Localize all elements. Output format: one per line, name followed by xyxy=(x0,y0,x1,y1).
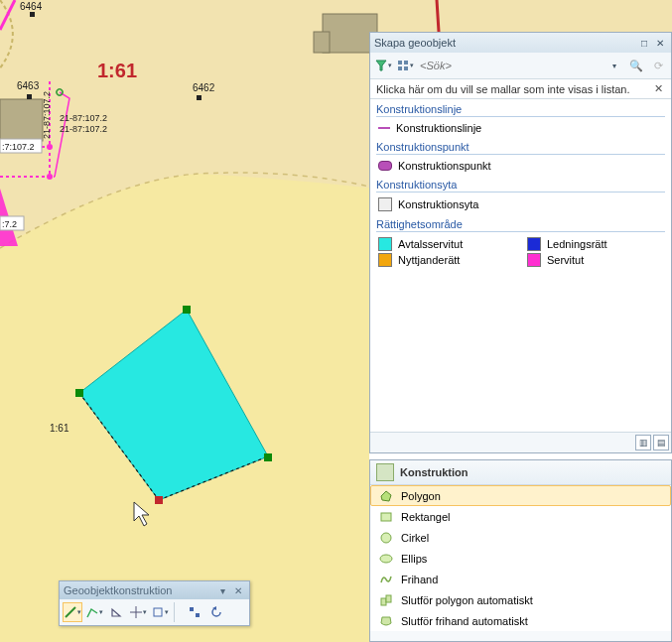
geo-tool-undo[interactable] xyxy=(206,602,226,622)
geo-tool-angle[interactable] xyxy=(106,602,126,622)
tool-autocomplete-freehand[interactable]: Slutför frihand automatiskt xyxy=(370,610,671,631)
construction-tool-list: Polygon Rektangel Cirkel xyxy=(370,485,671,631)
swatch-nyttjande xyxy=(378,253,392,267)
parcel-label-6462: 6462 xyxy=(193,82,215,93)
svg-rect-31 xyxy=(386,595,391,602)
template-konstruktionspunkt[interactable]: Konstruktionspunkt xyxy=(370,159,671,173)
tool-label: Polygon xyxy=(401,490,441,502)
filter-icon[interactable] xyxy=(374,57,392,74)
autopoly-icon xyxy=(379,593,393,607)
tool-label: Slutför polygon automatiskt xyxy=(401,594,533,606)
template-servitut[interactable]: Servitut xyxy=(527,253,636,267)
template-nyttjanderatt[interactable]: Nyttjanderätt xyxy=(378,253,487,267)
create-geoobject-toolbar: ▾ 🔍 ⟳ xyxy=(370,53,671,79)
template-ledningsratt[interactable]: Ledningsrätt xyxy=(527,237,636,251)
polygon-icon xyxy=(379,489,393,503)
tool-label: Slutför frihand automatiskt xyxy=(401,615,528,627)
svg-point-29 xyxy=(380,555,392,563)
template-konstruktionsyta[interactable]: Konstruktionsyta xyxy=(370,196,671,212)
search-go-btn[interactable]: 🔍 xyxy=(627,57,645,74)
group-header-konstruktionslinje: Konstruktionslinje xyxy=(376,103,665,117)
svg-rect-19 xyxy=(154,608,162,616)
template-search-input[interactable] xyxy=(418,59,602,72)
box-label-1: :7:107.2 xyxy=(2,142,35,152)
box-label-2: :7.2 xyxy=(2,219,17,229)
svg-marker-26 xyxy=(381,491,391,501)
parcel-label-6464: 6464 xyxy=(20,1,43,12)
search-dropdown-btn[interactable]: ▾ xyxy=(605,57,623,74)
ellipse-icon xyxy=(379,552,393,566)
geo-toolbar-close-btn[interactable]: ✕ xyxy=(231,583,245,597)
strip-btn-1[interactable]: ▥ xyxy=(635,435,651,450)
swatch-avtal xyxy=(378,237,392,251)
strip-btn-2[interactable]: ▤ xyxy=(653,435,669,450)
template-label: Nyttjanderätt xyxy=(398,254,460,266)
create-geoobject-title-text: Skapa geoobjekt xyxy=(374,37,635,49)
template-hintbar[interactable]: Klicka här om du vill se mallar som inte… xyxy=(370,79,671,99)
group-header-konstruktionspunkt: Konstruktionspunkt xyxy=(376,141,665,155)
axis-label-2: 21-87:107.2 xyxy=(60,113,107,123)
autofree-icon xyxy=(379,614,393,628)
geo-toolbar-dropdown-btn[interactable]: ▾ xyxy=(215,583,229,597)
template-label: Konstruktionspunkt xyxy=(398,160,491,172)
create-geoobject-panel: Skapa geoobjekt □ ✕ ▾ 🔍 ⟳ Klicka h xyxy=(369,32,672,453)
template-label: Konstruktionsyta xyxy=(398,198,478,210)
svg-rect-0 xyxy=(0,99,43,141)
svg-line-16 xyxy=(66,607,75,617)
template-hint-close[interactable]: ✕ xyxy=(651,82,665,95)
svg-rect-22 xyxy=(398,61,402,64)
template-label: Avtalsservitut xyxy=(398,238,463,250)
search-refresh-btn[interactable]: ⟳ xyxy=(649,57,667,74)
svg-rect-2 xyxy=(314,32,330,53)
line-swatch-icon xyxy=(378,127,390,129)
template-avtalsservitut[interactable]: Avtalsservitut xyxy=(378,237,487,251)
plan-label-161: 1:61 xyxy=(97,60,137,81)
svg-rect-23 xyxy=(404,61,408,64)
template-panel-strip: ▥ ▤ xyxy=(370,433,671,452)
svg-rect-15 xyxy=(155,496,163,504)
geo-tool-edit[interactable] xyxy=(150,602,170,622)
svg-rect-14 xyxy=(264,453,272,461)
geo-construction-toolbar[interactable]: Geoobjektkonstruktion ▾ ✕ xyxy=(59,580,250,626)
create-geoobject-titlebar[interactable]: Skapa geoobjekt □ ✕ xyxy=(370,33,671,53)
svg-rect-21 xyxy=(196,613,200,617)
construction-title-text: Konstruktion xyxy=(400,466,468,478)
template-label: Servitut xyxy=(547,254,584,266)
swatch-servitut xyxy=(527,253,541,267)
panel-maximize-btn[interactable]: □ xyxy=(637,36,651,50)
tool-polygon[interactable]: Polygon xyxy=(370,485,671,506)
tool-autocomplete-polygon[interactable]: Slutför polygon automatiskt xyxy=(370,589,671,610)
geo-tool-trace[interactable] xyxy=(84,602,104,622)
group-konstruktionspunkt: Konstruktionspunkt Konstruktionspunkt xyxy=(370,141,671,173)
point-swatch-icon xyxy=(378,161,392,171)
construction-title-icon xyxy=(376,463,394,481)
tool-label: Cirkel xyxy=(401,532,429,544)
swatch-ledning xyxy=(527,237,541,251)
group-rattighetsomrade: Rättighetsområde Avtalsservitut Lednings… xyxy=(370,218,671,268)
freehand-icon xyxy=(379,573,393,586)
tool-rektangel[interactable]: Rektangel xyxy=(370,506,671,527)
tool-ellips[interactable]: Ellips xyxy=(370,548,671,569)
geo-tool-move[interactable] xyxy=(185,602,204,622)
geo-toolbar-title[interactable]: Geoobjektkonstruktion ▾ ✕ xyxy=(60,581,249,599)
svg-rect-13 xyxy=(183,306,191,314)
panel-close-btn[interactable]: ✕ xyxy=(653,36,667,50)
svg-rect-8 xyxy=(197,95,202,100)
template-search[interactable] xyxy=(418,59,602,72)
template-label: Konstruktionslinje xyxy=(396,122,481,134)
side-panels: Skapa geoobjekt □ ✕ ▾ 🔍 ⟳ Klicka h xyxy=(369,32,672,642)
geo-toolbar-title-text: Geoobjektkonstruktion xyxy=(64,584,213,596)
polygon-label-161: 1:61 xyxy=(50,423,69,434)
svg-point-28 xyxy=(381,533,391,543)
template-label: Ledningsrätt xyxy=(547,238,607,250)
axis-label: 21-87:107.2 xyxy=(42,91,52,139)
svg-rect-6 xyxy=(30,12,35,17)
tool-cirkel[interactable]: Cirkel xyxy=(370,527,671,548)
template-list[interactable]: Konstruktionslinje Konstruktionslinje Ko… xyxy=(370,99,671,433)
tool-frihand[interactable]: Frihand xyxy=(370,569,671,589)
group-by-icon[interactable] xyxy=(396,57,414,74)
geo-tool-line[interactable] xyxy=(63,602,82,622)
template-konstruktionslinje[interactable]: Konstruktionslinje xyxy=(370,121,671,135)
group-konstruktionsyta: Konstruktionsyta Konstruktionsyta xyxy=(370,179,671,212)
geo-tool-cut[interactable] xyxy=(128,602,148,622)
